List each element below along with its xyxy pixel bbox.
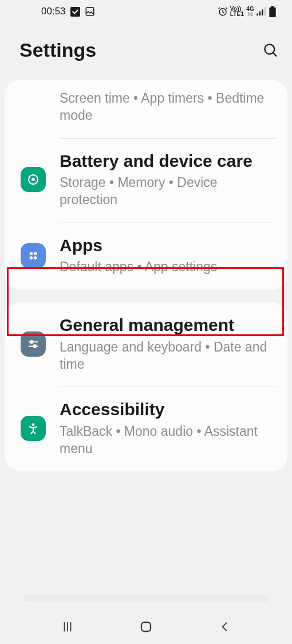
search-icon [263, 42, 278, 58]
back-icon [219, 620, 230, 633]
status-bar: 00:53 Vo)) LTE1 4G [0, 0, 292, 23]
row-subtitle: Language and keyboard • Date and time [60, 339, 274, 373]
network-generation: 4G [246, 6, 254, 17]
settings-row-general-management[interactable]: General management Language and keyboard… [5, 302, 287, 387]
settings-row-apps[interactable]: Apps Default apps • App settings [5, 223, 287, 290]
svg-point-15 [34, 256, 37, 260]
row-subtitle: Storage • Memory • Device protection [60, 174, 274, 209]
svg-point-17 [33, 345, 36, 348]
image-icon [85, 6, 95, 17]
home-button[interactable] [138, 619, 154, 635]
status-left: 00:53 [41, 6, 95, 17]
settings-group-2: General management Language and keyboard… [5, 302, 287, 471]
row-title: Accessibility [60, 399, 274, 419]
settings-group-1: Screen time • App timers • Bedtime mode … [5, 80, 287, 290]
settings-row-battery-device-care[interactable]: Battery and device care Storage • Memory… [5, 138, 287, 223]
svg-point-14 [30, 256, 33, 260]
alarm-icon [218, 6, 228, 17]
status-time: 00:53 [41, 6, 66, 17]
svg-rect-4 [259, 11, 261, 15]
volte-label-bottom: LTE1 [230, 11, 244, 17]
recents-button[interactable] [60, 619, 76, 635]
signal-icon [257, 7, 267, 15]
battery-icon [269, 6, 276, 17]
apps-icon [27, 249, 40, 262]
home-icon [139, 620, 153, 634]
svg-point-16 [30, 341, 33, 344]
svg-rect-1 [86, 7, 94, 15]
svg-point-11 [31, 178, 35, 181]
status-right: Vo)) LTE1 4G [218, 6, 276, 17]
device-care-icon [26, 173, 40, 186]
row-subtitle: TalkBack • Mono audio • Assistant menu [60, 423, 274, 458]
back-button[interactable] [216, 619, 232, 635]
svg-point-13 [34, 252, 37, 255]
search-button[interactable] [262, 42, 278, 58]
checkbox-icon [70, 7, 80, 17]
svg-rect-19 [141, 622, 151, 631]
scroll-indicator [23, 595, 269, 602]
sliders-icon [27, 338, 40, 350]
navigation-bar [0, 610, 292, 644]
svg-rect-3 [257, 14, 258, 16]
recents-icon [61, 620, 74, 633]
accessibility-icon [27, 422, 40, 435]
svg-rect-8 [269, 7, 275, 17]
row-subtitle: Default apps • App settings [60, 259, 274, 276]
settings-row-accessibility[interactable]: Accessibility TalkBack • Mono audio • As… [5, 387, 287, 471]
svg-point-18 [32, 423, 35, 426]
settings-row-digital-wellbeing-partial[interactable]: Screen time • App timers • Bedtime mode [5, 80, 287, 138]
row-title: Battery and device care [60, 151, 274, 171]
svg-point-12 [30, 252, 33, 255]
row-title: General management [60, 315, 274, 335]
network-gen-label: 4G [246, 6, 254, 11]
svg-rect-5 [262, 10, 263, 16]
page-title: Settings [19, 39, 96, 61]
app-header: Settings [0, 23, 292, 80]
svg-rect-6 [264, 7, 266, 15]
row-title: Apps [60, 235, 274, 255]
network-type-icon: Vo)) LTE1 [230, 6, 244, 17]
row-subtitle: Screen time • App timers • Bedtime mode [60, 90, 274, 124]
